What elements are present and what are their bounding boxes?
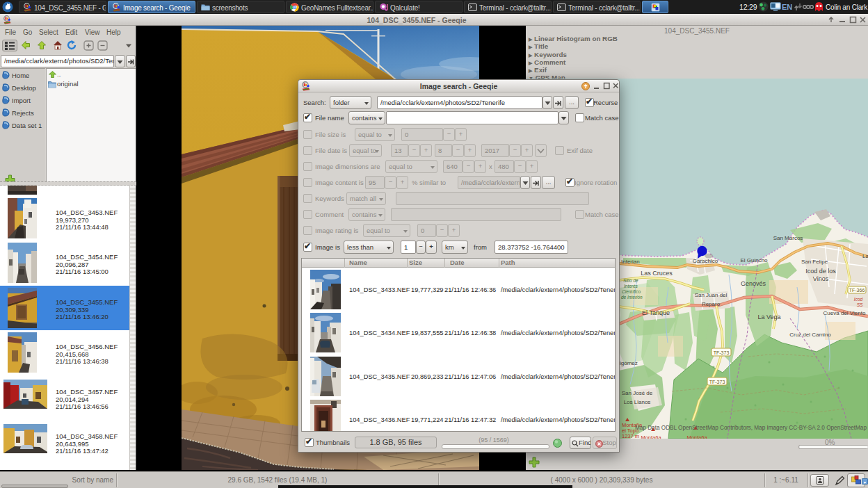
svg-text:Los Llanos: Los Llanos: [624, 399, 651, 405]
svg-text:de Interión: de Interión: [621, 295, 643, 300]
svg-text:San José de: San José de: [622, 390, 653, 396]
svg-text:Garachico: Garachico: [693, 258, 718, 264]
svg-text:San Felipe: San Felipe: [801, 259, 828, 265]
svg-text:SS: SS: [857, 302, 863, 307]
svg-text:Vinos: Vinos: [813, 275, 829, 282]
svg-text:La: La: [862, 253, 868, 259]
svg-text:San Marcos: San Marcos: [773, 235, 803, 241]
svg-text:El Tanque: El Tanque: [642, 309, 670, 316]
svg-text:El Guincho: El Guincho: [740, 257, 768, 263]
svg-text:Sitio de: Sitio de: [623, 278, 638, 283]
svg-text:Científico: Científico: [622, 289, 641, 294]
svg-text:TF-366: TF-366: [849, 288, 865, 293]
svg-text:Interés: Interés: [624, 284, 638, 288]
svg-text:Cruz del Camino: Cruz del Camino: [789, 332, 831, 338]
svg-text:La Vega: La Vega: [757, 314, 780, 320]
svg-text:Reparo: Reparo: [702, 301, 721, 307]
svg-text:Cueva del Viento: Cueva del Viento: [823, 310, 866, 316]
svg-text:Montaña: Montaña: [641, 434, 661, 439]
svg-text:TF-373: TF-373: [709, 380, 725, 384]
svg-text:San Juan del: San Juan del: [695, 292, 728, 298]
svg-text:Interian: Interian: [621, 259, 640, 265]
svg-text:Icod: Icod: [854, 297, 863, 302]
svg-text:Las Cruces: Las Cruces: [641, 270, 673, 277]
svg-text:Map Data ODBL OpenStreetMap Co: Map Data ODBL OpenStreetMap Contributors…: [635, 425, 867, 431]
svg-text:Genovés: Genovés: [741, 280, 766, 287]
svg-text:igómez: igómez: [620, 360, 638, 366]
svg-text:Icod de los: Icod de los: [805, 268, 836, 275]
svg-text:Montaña: Montaña: [686, 434, 707, 439]
svg-text:1237 m: 1237 m: [622, 433, 639, 439]
svg-text:TF-373: TF-373: [714, 350, 730, 355]
